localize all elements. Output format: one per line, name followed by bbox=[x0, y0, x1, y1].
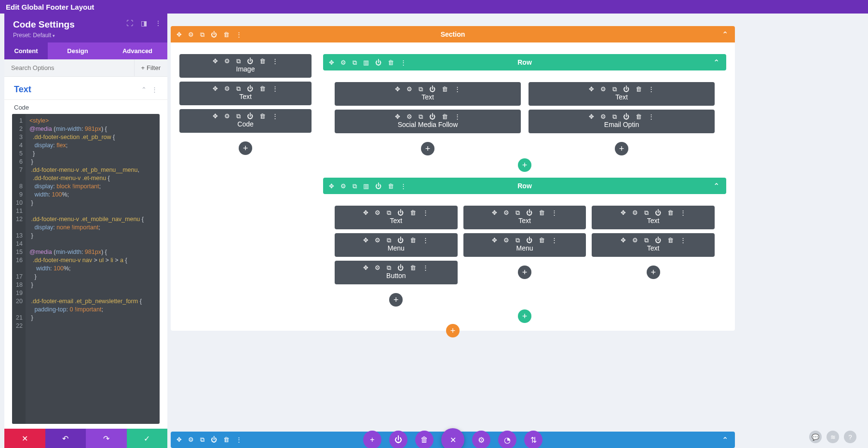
more-icon[interactable]: ⋮ bbox=[648, 86, 654, 92]
filter-button[interactable]: + Filter bbox=[134, 59, 167, 76]
expand-icon[interactable]: ⛶ bbox=[126, 19, 133, 27]
module-code[interactable]: ✥⚙⧉⏻🗑⋮ Code bbox=[179, 109, 312, 133]
duplicate-icon[interactable]: ⧉ bbox=[644, 210, 649, 216]
add-module-button[interactable]: + bbox=[615, 142, 628, 155]
duplicate-icon[interactable]: ⧉ bbox=[236, 58, 241, 64]
chat-icon[interactable]: 💬 bbox=[809, 431, 822, 443]
row-header[interactable]: ✥⚙⧉▥⏻🗑⋮ Row ⌃ bbox=[323, 178, 726, 194]
duplicate-icon[interactable]: ⧉ bbox=[353, 59, 357, 66]
history-button[interactable]: ◔ bbox=[498, 431, 516, 448]
module-text[interactable]: ✥⚙⧉⏻🗑⋮Text bbox=[529, 82, 715, 106]
duplicate-icon[interactable]: ⧉ bbox=[612, 86, 617, 92]
trash-icon[interactable]: 🗑 bbox=[636, 86, 642, 92]
settings-button[interactable]: ⚙ bbox=[472, 431, 490, 448]
add-module-button[interactable]: + bbox=[518, 266, 531, 279]
tab-advanced[interactable]: Advanced bbox=[108, 42, 167, 59]
tab-content[interactable]: Content bbox=[4, 42, 48, 59]
code-content[interactable]: <style> @media (min-width: 981px) { .dd-… bbox=[26, 114, 148, 424]
search-input[interactable] bbox=[4, 59, 134, 76]
more-icon[interactable]: ⋮ bbox=[454, 86, 461, 92]
power-button[interactable]: ⏻ bbox=[389, 431, 407, 448]
chevron-up-icon[interactable]: ⌃ bbox=[713, 182, 719, 191]
duplicate-icon[interactable]: ⧉ bbox=[515, 237, 520, 243]
power-icon[interactable]: ⏻ bbox=[211, 31, 217, 38]
move-icon[interactable]: ✥ bbox=[395, 86, 400, 92]
move-icon[interactable]: ✥ bbox=[395, 113, 400, 120]
power-icon[interactable]: ⏻ bbox=[397, 237, 404, 243]
more-icon[interactable]: ⋮ bbox=[400, 59, 407, 66]
more-icon[interactable]: ⋮ bbox=[151, 86, 158, 93]
discard-button[interactable]: ✕ bbox=[4, 429, 45, 448]
add-row-button[interactable]: + bbox=[518, 309, 531, 323]
gear-icon[interactable]: ⚙ bbox=[632, 237, 638, 243]
tab-design[interactable]: Design bbox=[48, 42, 108, 59]
trash-icon[interactable]: 🗑 bbox=[388, 183, 394, 189]
move-icon[interactable]: ✥ bbox=[176, 436, 182, 444]
trash-icon[interactable]: 🗑 bbox=[539, 237, 545, 243]
move-icon[interactable]: ✥ bbox=[363, 210, 368, 216]
gear-icon[interactable]: ⚙ bbox=[340, 183, 346, 189]
gear-icon[interactable]: ⚙ bbox=[407, 113, 412, 120]
module-text[interactable]: ✥⚙⧉⏻🗑⋮ Text bbox=[179, 82, 312, 105]
more-icon[interactable]: ⋮ bbox=[551, 210, 557, 216]
more-icon[interactable]: ⋮ bbox=[680, 237, 686, 243]
code-editor[interactable]: 1 2 3 4 5 6 7 8 9 10 11 12 13 14 15 16 1… bbox=[12, 114, 160, 424]
move-icon[interactable]: ✥ bbox=[492, 210, 497, 216]
chevron-up-icon[interactable]: ⌃ bbox=[722, 30, 728, 39]
add-module-button[interactable]: + bbox=[647, 266, 660, 279]
more-icon[interactable]: ⋮ bbox=[272, 113, 278, 119]
module-menu[interactable]: ✥⚙⧉⏻🗑⋮Menu bbox=[463, 233, 586, 257]
trash-icon[interactable]: 🗑 bbox=[259, 85, 266, 92]
gear-icon[interactable]: ⚙ bbox=[375, 210, 380, 216]
add-module-button[interactable]: + bbox=[239, 141, 252, 155]
move-icon[interactable]: ✥ bbox=[492, 237, 497, 243]
more-icon[interactable]: ⋮ bbox=[454, 113, 461, 120]
trash-icon[interactable]: 🗑 bbox=[539, 210, 545, 216]
power-icon[interactable]: ⏻ bbox=[247, 113, 253, 119]
move-icon[interactable]: ✥ bbox=[621, 210, 626, 216]
power-icon[interactable]: ⏻ bbox=[655, 237, 661, 243]
module-text[interactable]: ✥⚙⧉⏻🗑⋮Text bbox=[592, 206, 715, 229]
preset-dropdown[interactable]: Preset: Default bbox=[13, 32, 159, 39]
move-icon[interactable]: ✥ bbox=[621, 237, 626, 243]
module-menu[interactable]: ✥⚙⧉⏻🗑⋮Menu bbox=[335, 233, 458, 257]
power-icon[interactable]: ⏻ bbox=[623, 86, 629, 92]
duplicate-icon[interactable]: ⧉ bbox=[200, 31, 204, 38]
gear-icon[interactable]: ⚙ bbox=[224, 58, 230, 64]
trash-icon[interactable]: 🗑 bbox=[667, 210, 674, 216]
duplicate-icon[interactable]: ⧉ bbox=[419, 86, 423, 92]
trash-icon[interactable]: 🗑 bbox=[442, 86, 448, 92]
power-icon[interactable]: ⏻ bbox=[429, 86, 435, 92]
move-icon[interactable]: ✥ bbox=[329, 59, 334, 66]
trash-icon[interactable]: 🗑 bbox=[636, 113, 642, 120]
trash-icon[interactable]: 🗑 bbox=[259, 113, 266, 119]
more-icon[interactable]: ⋮ bbox=[236, 436, 242, 444]
more-icon[interactable]: ⋮ bbox=[272, 85, 278, 92]
save-button[interactable]: ✓ bbox=[127, 429, 168, 448]
duplicate-icon[interactable]: ⧉ bbox=[515, 210, 520, 216]
toggle-header[interactable]: Text ⌃ ⋮ bbox=[4, 77, 167, 100]
power-icon[interactable]: ⏻ bbox=[247, 85, 253, 92]
trash-icon[interactable]: 🗑 bbox=[410, 237, 416, 243]
more-icon[interactable]: ⋮ bbox=[648, 113, 654, 120]
more-icon[interactable]: ⋮ bbox=[680, 210, 686, 216]
add-module-button[interactable]: + bbox=[389, 293, 403, 307]
duplicate-icon[interactable]: ⧉ bbox=[419, 113, 423, 120]
module-text[interactable]: ✥⚙⧉⏻🗑⋮Text bbox=[335, 206, 458, 229]
duplicate-icon[interactable]: ⧉ bbox=[387, 237, 391, 243]
chevron-up-icon[interactable]: ⌃ bbox=[141, 86, 147, 93]
gear-icon[interactable]: ⚙ bbox=[600, 113, 606, 120]
chevron-up-icon[interactable]: ⌃ bbox=[722, 435, 728, 445]
add-section-button[interactable]: + bbox=[446, 324, 460, 337]
row-header[interactable]: ✥⚙⧉▥⏻🗑⋮ Row ⌃ bbox=[323, 54, 726, 70]
gear-icon[interactable]: ⚙ bbox=[375, 237, 380, 243]
module-text[interactable]: ✥⚙⧉⏻🗑⋮Text bbox=[592, 233, 715, 257]
undo-button[interactable]: ↶ bbox=[45, 429, 86, 448]
module-email[interactable]: ✥⚙⧉⏻🗑⋮Email Optin bbox=[529, 110, 715, 133]
chevron-up-icon[interactable]: ⌃ bbox=[713, 58, 719, 67]
more-icon[interactable]: ⋮ bbox=[236, 31, 242, 38]
module-social[interactable]: ✥⚙⧉⏻🗑⋮Social Media Follow bbox=[335, 110, 521, 133]
power-icon[interactable]: ⏻ bbox=[211, 436, 217, 444]
duplicate-icon[interactable]: ⧉ bbox=[236, 85, 241, 92]
move-icon[interactable]: ✥ bbox=[213, 85, 218, 92]
